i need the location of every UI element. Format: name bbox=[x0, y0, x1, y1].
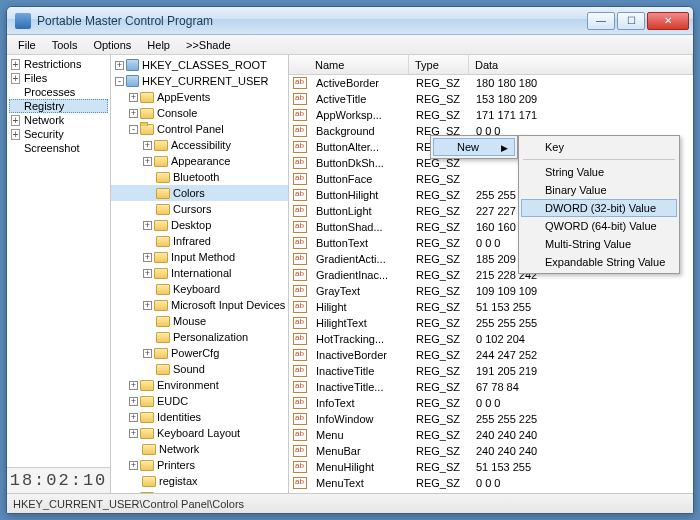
value-data: 171 171 171 bbox=[470, 109, 693, 121]
tree-node[interactable]: Keyboard bbox=[111, 281, 288, 297]
value-row[interactable]: HilightTextREG_SZ255 255 255 bbox=[289, 315, 693, 331]
tree-node[interactable]: Bluetooth bbox=[111, 169, 288, 185]
value-data: 191 205 219 bbox=[470, 365, 693, 377]
tree-node[interactable]: +Appearance bbox=[111, 153, 288, 169]
col-type[interactable]: Type bbox=[409, 55, 469, 74]
context-menu-sub[interactable]: KeyString ValueBinary ValueDWORD (32-bit… bbox=[518, 135, 680, 274]
value-row[interactable]: InfoTextREG_SZ0 0 0 bbox=[289, 395, 693, 411]
expand-icon[interactable]: + bbox=[129, 461, 138, 470]
menu-shade[interactable]: >>Shade bbox=[179, 37, 238, 53]
value-row[interactable]: MenuHilightREG_SZ51 153 255 bbox=[289, 459, 693, 475]
expand-icon[interactable]: + bbox=[143, 269, 152, 278]
titlebar[interactable]: Portable Master Control Program — ☐ ✕ bbox=[7, 7, 693, 35]
minimize-button[interactable]: — bbox=[587, 12, 615, 30]
expand-icon[interactable]: + bbox=[11, 59, 20, 70]
expand-icon[interactable]: + bbox=[143, 157, 152, 166]
menu-options[interactable]: Options bbox=[86, 37, 138, 53]
value-row[interactable]: ActiveTitleREG_SZ153 180 209 bbox=[289, 91, 693, 107]
tree-node[interactable]: +Accessibility bbox=[111, 137, 288, 153]
value-type: REG_SZ bbox=[410, 237, 470, 249]
tree-node[interactable]: +Input Method bbox=[111, 249, 288, 265]
expand-icon[interactable]: + bbox=[129, 109, 138, 118]
tree-node[interactable]: Colors bbox=[111, 185, 288, 201]
category-registry[interactable]: Registry bbox=[9, 99, 108, 113]
tree-node[interactable]: -HKEY_CURRENT_USER bbox=[111, 73, 288, 89]
col-data[interactable]: Data bbox=[469, 55, 693, 74]
expand-icon[interactable]: + bbox=[143, 141, 152, 150]
value-row[interactable]: MenuBarREG_SZ240 240 240 bbox=[289, 443, 693, 459]
col-name[interactable]: Name bbox=[309, 55, 409, 74]
category-processes[interactable]: Processes bbox=[9, 85, 108, 99]
expand-icon[interactable]: + bbox=[143, 253, 152, 262]
tree-node[interactable]: Cursors bbox=[111, 201, 288, 217]
category-restrictions[interactable]: +Restrictions bbox=[9, 57, 108, 71]
expand-icon[interactable]: + bbox=[129, 429, 138, 438]
value-data: 51 153 255 bbox=[470, 301, 693, 313]
ctx-new[interactable]: New ▶ bbox=[433, 138, 515, 156]
tree-node[interactable]: +Console bbox=[111, 105, 288, 121]
menu-file[interactable]: File bbox=[11, 37, 43, 53]
context-menu-parent[interactable]: New ▶ bbox=[430, 135, 518, 159]
tree-node[interactable]: +International bbox=[111, 265, 288, 281]
maximize-button[interactable]: ☐ bbox=[617, 12, 645, 30]
tree-node[interactable]: +PowerCfg bbox=[111, 345, 288, 361]
ctx-item[interactable]: Expandable String Value bbox=[521, 253, 677, 271]
expand-icon[interactable]: + bbox=[129, 413, 138, 422]
ctx-item[interactable]: QWORD (64-bit) Value bbox=[521, 217, 677, 235]
ctx-item[interactable]: Binary Value bbox=[521, 181, 677, 199]
tree-node[interactable]: Network bbox=[111, 441, 288, 457]
expand-icon[interactable]: + bbox=[11, 129, 20, 140]
string-value-icon bbox=[293, 413, 307, 425]
expand-icon[interactable]: + bbox=[11, 73, 20, 84]
value-row[interactable]: InactiveBorderREG_SZ244 247 252 bbox=[289, 347, 693, 363]
category-network[interactable]: +Network bbox=[9, 113, 108, 127]
tree-node[interactable]: +EUDC bbox=[111, 393, 288, 409]
tree-node[interactable]: Mouse bbox=[111, 313, 288, 329]
tree-node[interactable]: Personalization bbox=[111, 329, 288, 345]
expand-icon[interactable]: + bbox=[143, 221, 152, 230]
value-row[interactable]: MenuREG_SZ240 240 240 bbox=[289, 427, 693, 443]
tree-node[interactable]: +Keyboard Layout bbox=[111, 425, 288, 441]
expand-icon[interactable]: + bbox=[129, 93, 138, 102]
tree-node[interactable]: +Microsoft Input Devices bbox=[111, 297, 288, 313]
value-name: ActiveBorder bbox=[310, 77, 410, 89]
expand-icon[interactable]: + bbox=[115, 61, 124, 70]
registry-tree[interactable]: +HKEY_CLASSES_ROOT-HKEY_CURRENT_USER+App… bbox=[111, 55, 289, 493]
menu-help[interactable]: Help bbox=[140, 37, 177, 53]
tree-node[interactable]: +Environment bbox=[111, 377, 288, 393]
value-row[interactable]: ActiveBorderREG_SZ180 180 180 bbox=[289, 75, 693, 91]
value-row[interactable]: HotTracking...REG_SZ0 102 204 bbox=[289, 331, 693, 347]
tree-node[interactable]: +Printers bbox=[111, 457, 288, 473]
ctx-item[interactable]: Key bbox=[521, 138, 677, 156]
expand-icon[interactable]: + bbox=[129, 397, 138, 406]
expand-icon[interactable]: + bbox=[129, 381, 138, 390]
close-button[interactable]: ✕ bbox=[647, 12, 689, 30]
expand-icon[interactable]: + bbox=[143, 349, 152, 358]
tree-node[interactable]: registax bbox=[111, 473, 288, 489]
value-row[interactable]: InfoWindowREG_SZ255 255 225 bbox=[289, 411, 693, 427]
collapse-icon[interactable]: - bbox=[129, 125, 138, 134]
tree-node[interactable]: +AppEvents bbox=[111, 89, 288, 105]
ctx-item[interactable]: String Value bbox=[521, 163, 677, 181]
expand-icon[interactable]: + bbox=[143, 301, 152, 310]
ctx-item[interactable]: Multi-String Value bbox=[521, 235, 677, 253]
category-files[interactable]: +Files bbox=[9, 71, 108, 85]
tree-node[interactable]: +Desktop bbox=[111, 217, 288, 233]
value-row[interactable]: AppWorksp...REG_SZ171 171 171 bbox=[289, 107, 693, 123]
expand-icon[interactable]: + bbox=[11, 115, 20, 126]
tree-node[interactable]: Sound bbox=[111, 361, 288, 377]
value-row[interactable]: GrayTextREG_SZ109 109 109 bbox=[289, 283, 693, 299]
category-screenshot[interactable]: Screenshot bbox=[9, 141, 108, 155]
ctx-item[interactable]: DWORD (32-bit) Value bbox=[521, 199, 677, 217]
value-row[interactable]: InactiveTitleREG_SZ191 205 219 bbox=[289, 363, 693, 379]
tree-node[interactable]: +Identities bbox=[111, 409, 288, 425]
value-row[interactable]: MenuTextREG_SZ0 0 0 bbox=[289, 475, 693, 491]
tree-node[interactable]: Infrared bbox=[111, 233, 288, 249]
tree-node[interactable]: +HKEY_CLASSES_ROOT bbox=[111, 57, 288, 73]
category-security[interactable]: +Security bbox=[9, 127, 108, 141]
collapse-icon[interactable]: - bbox=[115, 77, 124, 86]
value-row[interactable]: InactiveTitle...REG_SZ67 78 84 bbox=[289, 379, 693, 395]
tree-node[interactable]: -Control Panel bbox=[111, 121, 288, 137]
menu-tools[interactable]: Tools bbox=[45, 37, 85, 53]
value-row[interactable]: HilightREG_SZ51 153 255 bbox=[289, 299, 693, 315]
